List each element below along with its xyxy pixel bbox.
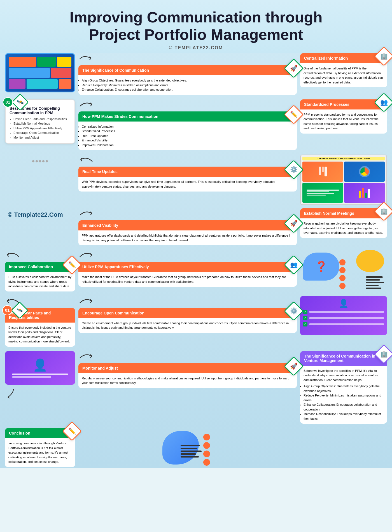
dot-grid (32, 160, 48, 162)
conclusion-card: 02 ✏️ Conclusion Improving communication… (5, 428, 75, 467)
line (307, 193, 334, 194)
row-2: 01 🛰️ Best Hones for Compelling Communic… (5, 99, 387, 151)
establish-body: Regular gatherings are pivotal for keepi… (300, 218, 387, 238)
pm-cell-1 (302, 162, 343, 182)
mon-bar (59, 79, 71, 89)
significance-col: 03 🚀 The Significance of Communication A… (78, 53, 297, 96)
standardized-card: 05 👥 Standardized Processes PPM presents… (300, 99, 387, 134)
person2-icon: 👤 (33, 358, 47, 372)
bh-item-5: Monitor and Adjust (13, 135, 71, 140)
row-3: 04 ⚙️ Real-Time Updates With PPM devices… (5, 155, 387, 205)
standardized-col: 05 👥 Standardized Processes PPM presents… (300, 99, 387, 135)
encourage-col: 04 ⚙️ Encourage Open Communication Creat… (78, 296, 297, 334)
centralized-col: 🏢 Centralized Information One of the fun… (300, 53, 387, 88)
check-icon-1: ✓ (303, 310, 307, 314)
best-hones-col: 01 🛰️ Best Hones for Compelling Communic… (5, 99, 75, 144)
orange-circles (203, 434, 210, 466)
blue-bubble: ❓ (303, 253, 339, 281)
best-hones-list: Define Clear Parts and Responsibilities … (10, 117, 71, 140)
bh-item-3: Utilize PPM Apparatuses Effectively (13, 126, 71, 131)
person-icon: 👤 (303, 299, 384, 308)
arrow-row-3 (78, 155, 297, 164)
rocket2-icon: 🚀 (290, 220, 298, 227)
enhanced-header: Enhanced Visibility (78, 220, 297, 230)
arrow-row-2 (78, 99, 297, 109)
pie-chart (359, 166, 370, 177)
realtime-header: Real-Time Updates (78, 167, 297, 177)
lines-decoration (366, 276, 384, 289)
pm-cell-2 (344, 162, 385, 182)
oc2 (203, 442, 210, 449)
mon-bar (9, 79, 25, 89)
copyright-text: © Template22.Com (5, 211, 75, 218)
dot (36, 160, 38, 162)
arrow-row-6c (78, 296, 297, 306)
ppm-strides-header: How PPM Makes Strides Communication (78, 111, 297, 122)
monitor-row-3 (9, 79, 71, 89)
cl-row-2: ✓ (303, 316, 384, 320)
arrow-row-7 (78, 351, 297, 361)
row-1: 03 🚀 The Significance of Communication A… (5, 53, 387, 96)
cline2 (12, 376, 51, 378)
utilize-card: 05 👥 Utilize PPM Apparatuses Effectively… (78, 262, 297, 287)
person-graphic-col: 👤 ✓ ✓ ✓ (300, 296, 387, 335)
orange-dot-3 (339, 275, 346, 281)
oc1 (203, 434, 210, 440)
monitor-adjust-body: Regularly survey your communication meth… (78, 373, 297, 388)
arrow-svg-5l (5, 250, 20, 260)
checklist-graphic: 👤 ✓ ✓ ✓ (300, 296, 387, 335)
arrow-svg-4 (78, 208, 94, 218)
centralized-body: One of the fundamental benefits of PPM i… (300, 63, 387, 87)
list-lines (307, 190, 339, 196)
rocket3-icon: 🚀 (290, 363, 298, 370)
arrow-svg-6c (78, 296, 94, 306)
line (307, 190, 339, 191)
line (307, 195, 326, 196)
title-line1: Improving Communication through (70, 9, 323, 25)
arrow-svg-7 (78, 351, 94, 361)
mon-bar (9, 57, 36, 67)
bar (359, 191, 361, 198)
hl2 (181, 448, 197, 449)
arrow-svg-2 (78, 99, 94, 109)
check-icon-2: ✓ (303, 316, 307, 320)
define-card: 01 🛰️ Define Clear Parts and Responsibil… (5, 308, 75, 347)
ppm-strides-card: 02 ✏️ How PPM Makes Strides Communicatio… (78, 111, 297, 150)
checklist-lines (12, 372, 68, 378)
cl-row-1: ✓ (303, 310, 384, 314)
hl4 (181, 453, 196, 455)
bar (322, 167, 324, 172)
row-8: 02 ✏️ Conclusion Improving communication… (5, 428, 387, 468)
page-wrapper: Improving Communication through Project … (0, 0, 392, 468)
rocket-icon: 🚀 (290, 65, 298, 72)
bh-item-1: Define Clear Parts and Responsibilities (13, 117, 71, 122)
cline1 (12, 374, 68, 375)
centralized-header: Centralized Information (300, 53, 387, 63)
bh-item-4: Encourage Open Communication (13, 130, 71, 135)
question-icon: ❓ (315, 261, 328, 272)
conclusion-body: Improving communication through Venture … (5, 438, 75, 467)
bar (362, 188, 364, 198)
mon-bar (37, 57, 55, 67)
people-icon: 👥 (380, 99, 388, 106)
header: Improving Communication through Project … (0, 0, 392, 53)
pm-tool-visual: THE BEST PROJECT MANAGEMENT TOOL EVER (300, 155, 387, 205)
enhanced-col: 03 🚀 Enhanced Visibility PPM apparatuses… (78, 208, 297, 246)
line3 (366, 282, 384, 283)
pm-bars (319, 167, 327, 176)
monitor-row-2 (9, 68, 71, 78)
encourage-body: Create an environment where group indivi… (78, 318, 297, 333)
ppm-strides-body: Centralized Information Standardized Pro… (78, 122, 297, 150)
encourage-header: Encourage Open Communication (78, 308, 297, 318)
utilize-body: Make the most of the PPM devices at your… (78, 272, 297, 287)
mon-bar (27, 79, 58, 89)
centralized-card: 🏢 Centralized Information One of the fun… (300, 53, 387, 87)
enhanced-card: 03 🚀 Enhanced Visibility PPM apparatuses… (78, 220, 297, 245)
watermark: © TEMPLATE22.COM (17, 45, 375, 50)
bar-chart (359, 188, 370, 198)
sig-item-2: Reduce Perplexity: Minimizes mistaken as… (82, 83, 293, 88)
arrow-svg-5 (78, 250, 94, 260)
orange-dot-1 (339, 259, 346, 265)
mon-bar (51, 68, 71, 78)
mon-bar (9, 68, 50, 78)
